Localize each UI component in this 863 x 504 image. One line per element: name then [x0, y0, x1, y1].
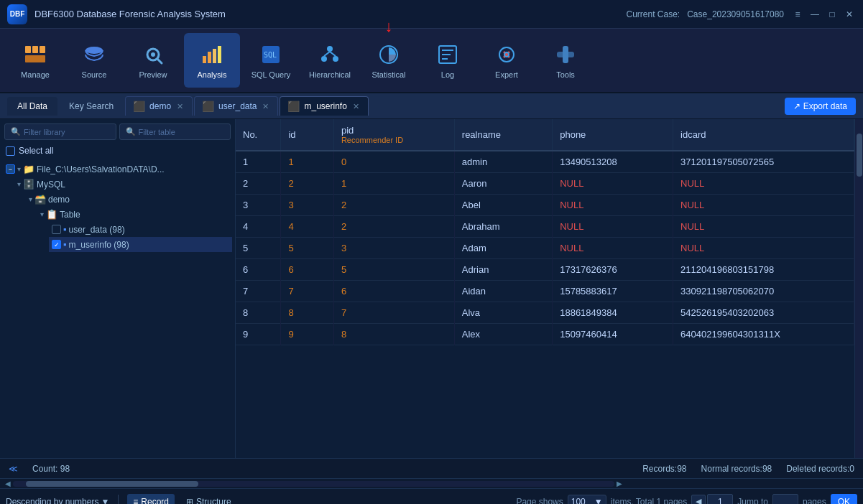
filter-table-input[interactable]: 🔍 Filter table — [119, 123, 231, 140]
toolbar-analysis[interactable]: Analysis — [184, 33, 240, 88]
svg-line-17 — [324, 52, 330, 56]
tab-alldata[interactable]: All Data — [7, 97, 57, 116]
minimize-icon[interactable]: — — [808, 8, 821, 21]
count-arrows: ≪ — [9, 464, 18, 474]
col-id[interactable]: id — [281, 119, 333, 151]
toolbar-log[interactable]: Log — [420, 33, 476, 88]
file-label: File_C:\Users\SalvationDATA\D... — [37, 164, 165, 174]
svg-text:SQL: SQL — [264, 51, 277, 59]
vertical-scrollbar[interactable] — [854, 119, 863, 458]
tab-demo[interactable]: ⬛ demo ✕ — [125, 96, 193, 116]
toolbar-hierarchical[interactable]: Hierarchical — [302, 33, 358, 88]
demo-tab-label: demo — [149, 101, 171, 111]
app-title: DBF6300 Database Forensic Analysis Syste… — [34, 9, 619, 19]
toolbar-source[interactable]: Source — [66, 33, 122, 88]
maximize-icon[interactable]: □ — [826, 8, 839, 21]
svg-rect-11 — [218, 46, 221, 63]
preview-label: Preview — [139, 70, 167, 79]
toolbar-sqlquery[interactable]: SQL SQL Query — [243, 33, 299, 88]
userdata-tab-close[interactable]: ✕ — [261, 102, 270, 111]
muserinfo-tab-close[interactable]: ✕ — [351, 102, 361, 111]
cell-id: 2 — [281, 173, 333, 195]
cell-realname: Adam — [454, 238, 552, 259]
data-table: No. id pid Recommender ID realname phone… — [236, 119, 854, 345]
page-size-select[interactable]: 100 ▼ — [568, 495, 606, 505]
normal-records-stat: Normal records:98 — [701, 464, 772, 474]
tab-m-userinfo[interactable]: ⬛ m_userinfo ✕ — [280, 96, 368, 116]
table-body: 110admin13490513208371201197505072565221… — [236, 151, 854, 345]
jump-to-input[interactable] — [772, 494, 798, 505]
analysis-icon — [199, 42, 225, 67]
cell-id: 3 — [281, 195, 333, 216]
sort-order[interactable]: Descending by numbers ▼ — [6, 497, 109, 505]
tab-keysearch[interactable]: Key Search — [59, 97, 124, 116]
close-icon[interactable]: ✕ — [843, 8, 856, 21]
page-number-input[interactable] — [707, 494, 733, 505]
toolbar-expert[interactable]: Expert — [479, 33, 535, 88]
svg-rect-27 — [557, 52, 574, 57]
select-all-row[interactable]: Select all — [0, 143, 235, 159]
ok-button[interactable]: OK — [831, 494, 857, 505]
export-label: Export data — [803, 101, 847, 111]
cell-phone: NULL — [553, 173, 673, 195]
file-collapse-arrow[interactable]: ▾ — [17, 165, 21, 173]
window-controls: ≡ — □ ✕ — [791, 8, 856, 21]
svg-rect-3 — [25, 55, 45, 62]
h-scroll-thumb[interactable] — [26, 481, 198, 487]
cell-realname: Aidan — [454, 281, 552, 302]
page-controls: Page shows 100 ▼ items, Total 1 pages ◀ … — [516, 494, 857, 505]
svg-point-14 — [327, 46, 333, 52]
tree-item-demo[interactable]: ▾ 🗃️ demo — [26, 192, 232, 207]
cell-no: 1 — [236, 151, 281, 173]
cell-idcard: 640402199604301311X — [673, 324, 854, 345]
page-first-button[interactable]: ◀ — [691, 495, 706, 505]
userdata-tab-label: user_data — [218, 101, 257, 111]
demo-collapse-arrow[interactable]: ▾ — [29, 195, 32, 203]
structure-view-button[interactable]: ⊞ Structure — [180, 494, 237, 505]
export-data-button[interactable]: ↗ Export data — [785, 98, 856, 115]
filter-library-search-icon: 🔍 — [11, 127, 21, 136]
toolbar-preview[interactable]: Preview — [125, 33, 181, 88]
tree-item-file[interactable]: − ▾ 📁 File_C:\Users\SalvationDATA\D... — [3, 162, 232, 177]
right-panel: No. id pid Recommender ID realname phone… — [236, 119, 863, 458]
v-scroll-thumb[interactable] — [857, 134, 862, 177]
page-navigation: ◀ — [691, 494, 733, 505]
svg-line-7 — [157, 59, 162, 63]
statistical-icon — [376, 42, 402, 67]
file-checkbox[interactable]: − — [6, 164, 15, 174]
demo-tab-close[interactable]: ✕ — [175, 102, 185, 111]
col-phone[interactable]: phone — [553, 119, 673, 151]
tree-item-muserinfo[interactable]: ✓ ▪ m_userinfo (98) — [49, 237, 232, 252]
userdata-checkbox[interactable] — [52, 225, 61, 234]
table-row: 887Alva18861849384542526195403202063 — [236, 302, 854, 324]
tree-item-mysql[interactable]: ▾ 🗄️ MySQL — [14, 177, 232, 192]
col-idcard[interactable]: idcard — [673, 119, 854, 151]
col-no[interactable]: No. — [236, 119, 281, 151]
select-all-checkbox[interactable] — [6, 146, 15, 156]
cell-idcard: 211204196803151798 — [673, 259, 854, 281]
table-collapse-arrow[interactable]: ▾ — [40, 210, 44, 218]
cell-no: 4 — [236, 216, 281, 238]
record-view-button[interactable]: ≡ Record — [127, 494, 175, 505]
tree-item-table-group[interactable]: ▾ 📋 Table — [37, 207, 232, 222]
toolbar-tools[interactable]: Tools — [537, 33, 594, 88]
tab-user-data[interactable]: ⬛ user_data ✕ — [194, 96, 278, 116]
menu-icon[interactable]: ≡ — [791, 8, 804, 21]
col-pid[interactable]: pid Recommender ID — [333, 119, 454, 151]
svg-rect-8 — [203, 56, 206, 63]
scroll-left-arrow[interactable]: ◀ — [3, 479, 13, 489]
tree-item-userdata[interactable]: ▪ user_data (98) — [49, 222, 232, 237]
muserinfo-checkbox[interactable]: ✓ — [52, 240, 61, 249]
tabbar: All Data Key Search ⬛ demo ✕ ⬛ user_data… — [0, 93, 863, 119]
toolbar-manage[interactable]: Manage — [7, 33, 63, 88]
filter-table-placeholder: Filter table — [139, 128, 175, 136]
cell-idcard: 330921198705062070 — [673, 281, 854, 302]
filter-library-input[interactable]: 🔍 Filter library — [4, 123, 116, 140]
scroll-right-arrow[interactable]: ▶ — [614, 479, 624, 489]
case-name: Case_202309051617080 — [687, 9, 784, 19]
col-realname[interactable]: realname — [454, 119, 552, 151]
table-scroll-area[interactable]: No. id pid Recommender ID realname phone… — [236, 119, 854, 458]
mysql-collapse-arrow[interactable]: ▾ — [17, 180, 21, 188]
toolbar-statistical[interactable]: ↓ Statistical — [361, 33, 417, 88]
mysql-label: MySQL — [37, 179, 65, 190]
